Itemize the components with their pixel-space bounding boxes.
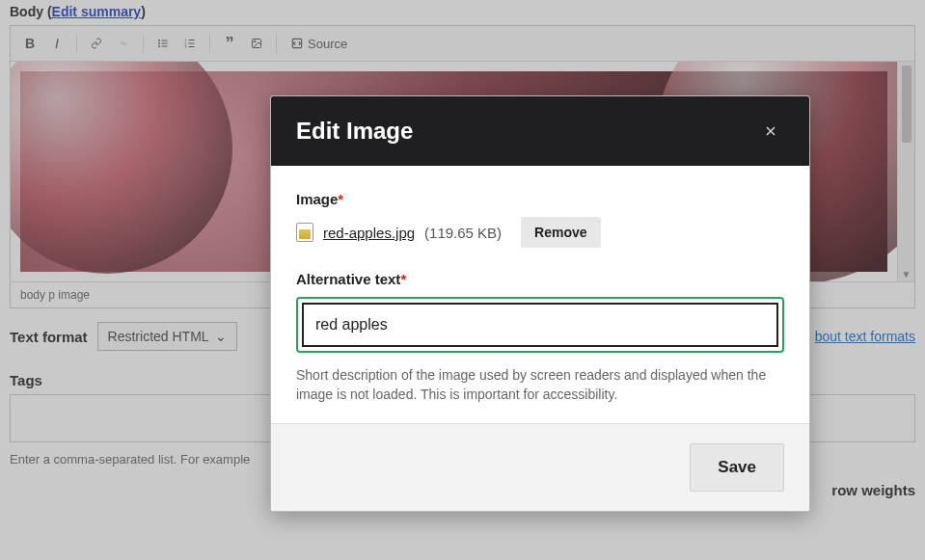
file-icon (296, 223, 313, 242)
save-button[interactable]: Save (690, 443, 784, 492)
remove-button[interactable]: Remove (521, 217, 600, 248)
alt-text-highlight (296, 297, 784, 353)
image-field-label: Image* (296, 191, 784, 207)
edit-image-modal: Edit Image Image* red-apples.jpg (119.65… (270, 95, 810, 512)
close-icon (763, 123, 778, 139)
alt-text-input[interactable] (302, 303, 778, 347)
modal-footer: Save (271, 423, 809, 511)
file-row: red-apples.jpg (119.65 KB) Remove (296, 217, 784, 248)
file-size: (119.65 KB) (424, 225, 502, 241)
modal-title: Edit Image (296, 118, 413, 145)
modal-header: Edit Image (271, 96, 809, 166)
alt-text-label: Alternative text* (296, 271, 784, 287)
file-name-link[interactable]: red-apples.jpg (323, 225, 415, 241)
close-button[interactable] (757, 118, 784, 145)
alt-text-help: Short description of the image used by s… (296, 366, 784, 404)
